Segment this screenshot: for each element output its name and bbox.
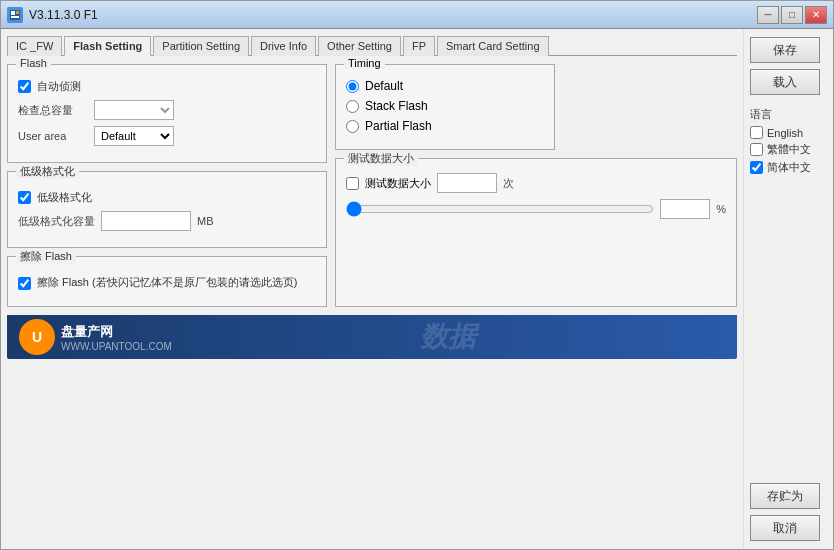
svg-rect-3	[11, 16, 19, 18]
lang-english-checkbox[interactable]	[750, 126, 763, 139]
check-total-select[interactable]	[94, 100, 174, 120]
timing-default-row: Default	[346, 79, 544, 93]
low-format-enable-label: 低级格式化	[37, 190, 92, 205]
erase-flash-row: 擦除 Flash (若快闪记忆体不是原厂包装的请选此选页)	[18, 275, 316, 290]
low-format-capacity-input[interactable]	[101, 211, 191, 231]
test-data-unit: 次	[503, 176, 514, 191]
watermark-bg-text: 数据	[172, 318, 725, 356]
tab-content: Flash 自动侦测 检查总容量 User area	[7, 64, 737, 307]
erase-flash-checkbox[interactable]	[18, 277, 31, 290]
app-icon	[7, 7, 23, 23]
spacer	[750, 184, 827, 477]
erase-flash-label: 擦除 Flash	[16, 249, 76, 264]
right-column: Timing Default Stack Flash Partial Flash	[335, 64, 737, 307]
slider-percent-unit: %	[716, 203, 726, 215]
lang-english-row: English	[750, 126, 827, 139]
low-format-capacity-row: 低级格式化容量 MB	[18, 211, 316, 231]
logo-icon: U	[19, 319, 55, 355]
tab-bar: IC _FW Flash Setting Partition Setting D…	[7, 35, 737, 56]
test-data-checkbox[interactable]	[346, 177, 359, 190]
left-panel: IC _FW Flash Setting Partition Setting D…	[1, 29, 743, 549]
lang-trad-label: 繁體中文	[767, 142, 811, 157]
user-area-row: User area Default	[18, 126, 316, 146]
svg-rect-2	[16, 11, 19, 14]
tab-fp[interactable]: FP	[403, 36, 435, 56]
auto-detect-row: 自动侦测	[18, 79, 316, 94]
tab-partition-setting[interactable]: Partition Setting	[153, 36, 249, 56]
auto-detect-label: 自动侦测	[37, 79, 81, 94]
watermark-large-text: 数据	[420, 321, 476, 352]
test-data-row: 测试数据大小 次	[346, 173, 726, 193]
logo-text: 盘量产网 WWW.UPANTOOL.COM	[61, 323, 172, 352]
timing-partial-radio[interactable]	[346, 120, 359, 133]
test-data-enable-label: 测试数据大小	[365, 176, 431, 191]
timing-default-radio[interactable]	[346, 80, 359, 93]
right-panel: 保存 载入 语言 English 繁體中文 简体中文 存贮为 取消	[743, 29, 833, 549]
main-window: V3.11.3.0 F1 ─ □ ✕ IC _FW Flash Setting …	[0, 0, 834, 550]
check-total-label: 检查总容量	[18, 103, 88, 118]
low-level-format-group: 低级格式化 低级格式化 低级格式化容量 MB	[7, 171, 327, 248]
flash-group: Flash 自动侦测 检查总容量 User area	[7, 64, 327, 163]
save-button[interactable]: 保存	[750, 37, 820, 63]
timing-partial-row: Partial Flash	[346, 119, 544, 133]
load-button[interactable]: 载入	[750, 69, 820, 95]
close-button[interactable]: ✕	[805, 6, 827, 24]
test-data-slider[interactable]	[346, 201, 654, 217]
window-controls: ─ □ ✕	[757, 6, 827, 24]
erase-flash-enable-label: 擦除 Flash (若快闪记忆体不是原厂包装的请选此选页)	[37, 275, 297, 290]
user-area-label: User area	[18, 130, 88, 142]
tab-ic-fw[interactable]: IC _FW	[7, 36, 62, 56]
title-bar: V3.11.3.0 F1 ─ □ ✕	[1, 1, 833, 29]
lang-simp-label: 简体中文	[767, 160, 811, 175]
lang-trad-row: 繁體中文	[750, 142, 827, 157]
check-total-row: 检查总容量	[18, 100, 316, 120]
flash-group-label: Flash	[16, 57, 51, 69]
svg-rect-1	[11, 11, 15, 15]
low-format-unit: MB	[197, 215, 214, 227]
maximize-button[interactable]: □	[781, 6, 803, 24]
low-format-checkbox[interactable]	[18, 191, 31, 204]
low-format-capacity-label: 低级格式化容量	[18, 214, 95, 229]
left-column: Flash 自动侦测 检查总容量 User area	[7, 64, 327, 307]
minimize-button[interactable]: ─	[757, 6, 779, 24]
language-title: 语言	[750, 107, 827, 122]
logo-sub-text: WWW.UPANTOOL.COM	[61, 341, 172, 352]
save-as-button[interactable]: 存贮为	[750, 483, 820, 509]
main-content: IC _FW Flash Setting Partition Setting D…	[1, 29, 833, 549]
lang-simp-row: 简体中文	[750, 160, 827, 175]
auto-detect-checkbox[interactable]	[18, 80, 31, 93]
timing-stack-radio[interactable]	[346, 100, 359, 113]
timing-group-label: Timing	[344, 57, 385, 69]
cancel-button[interactable]: 取消	[750, 515, 820, 541]
timing-default-label: Default	[365, 79, 403, 93]
low-format-enable-row: 低级格式化	[18, 190, 316, 205]
logo-main-text: 盘量产网	[61, 323, 172, 341]
tab-smart-card-setting[interactable]: Smart Card Setting	[437, 36, 549, 56]
erase-flash-group: 擦除 Flash 擦除 Flash (若快闪记忆体不是原厂包装的请选此选页)	[7, 256, 327, 307]
timing-stack-row: Stack Flash	[346, 99, 544, 113]
test-data-group: 测试数据大小 测试数据大小 次 %	[335, 158, 737, 307]
watermark-bar: U 盘量产网 WWW.UPANTOOL.COM 数据	[7, 315, 737, 359]
app-title: V3.11.3.0 F1	[29, 8, 757, 22]
test-data-label: 测试数据大小	[344, 151, 418, 166]
watermark-logo: U 盘量产网 WWW.UPANTOOL.COM	[19, 319, 172, 355]
timing-group: Timing Default Stack Flash Partial Flash	[335, 64, 555, 150]
tab-flash-setting[interactable]: Flash Setting	[64, 36, 151, 56]
tab-other-setting[interactable]: Other Setting	[318, 36, 401, 56]
lang-english-label: English	[767, 127, 803, 139]
slider-value-input[interactable]	[660, 199, 710, 219]
low-level-format-label: 低级格式化	[16, 164, 79, 179]
language-section: 语言 English 繁體中文 简体中文	[750, 107, 827, 178]
lang-simp-checkbox[interactable]	[750, 161, 763, 174]
timing-stack-label: Stack Flash	[365, 99, 428, 113]
lang-trad-checkbox[interactable]	[750, 143, 763, 156]
test-data-input[interactable]	[437, 173, 497, 193]
timing-partial-label: Partial Flash	[365, 119, 432, 133]
user-area-select[interactable]: Default	[94, 126, 174, 146]
slider-row: %	[346, 199, 726, 219]
tab-drive-info[interactable]: Drive Info	[251, 36, 316, 56]
